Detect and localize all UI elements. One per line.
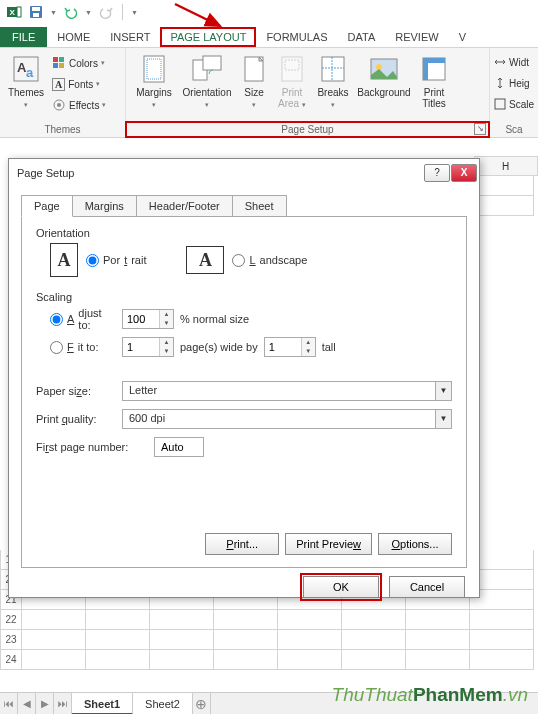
scale-row[interactable]: Scale [494, 94, 534, 114]
print-titles-button[interactable]: PrintTitles [414, 51, 454, 122]
chevron-down-icon[interactable]: ▼ [435, 382, 451, 400]
tab-sheet[interactable]: Sheet [232, 195, 287, 217]
svg-point-15 [57, 103, 61, 107]
page-setup-dialog: Page Setup ? X Page Margins Header/Foote… [8, 158, 480, 598]
sheet-tab-2[interactable]: Sheet2 [133, 693, 193, 715]
close-button[interactable]: X [451, 164, 477, 182]
tab-page[interactable]: Page [21, 195, 73, 217]
fit-wide-label: page(s) wide by [180, 341, 258, 353]
svg-rect-31 [495, 99, 505, 109]
margins-button[interactable]: Margins▾ [130, 51, 178, 122]
tab-view-cut[interactable]: V [449, 27, 476, 47]
undo-caret[interactable]: ▼ [85, 9, 92, 16]
colors-button[interactable]: Colors▾ [52, 53, 106, 73]
nav-prev-icon[interactable]: ◀ [18, 693, 36, 714]
paper-size-label: Paper size: [36, 385, 114, 397]
col-header-h[interactable]: H [474, 156, 538, 176]
scaling-label: Scaling [36, 291, 452, 303]
themes-button[interactable]: Aa Themes▾ [4, 51, 48, 122]
orientation-label: Orientation [36, 227, 452, 239]
print-button[interactable]: Print... [205, 533, 279, 555]
tab-formulas[interactable]: FORMULAS [256, 27, 337, 47]
fonts-button[interactable]: AFonts▾ [52, 74, 106, 94]
effects-button[interactable]: Effects▾ [52, 95, 106, 115]
tab-file[interactable]: FILE [0, 27, 47, 47]
help-button[interactable]: ? [424, 164, 450, 182]
breaks-button[interactable]: Breaks▾ [312, 51, 354, 122]
ribbon-tabs: FILE HOME INSERT PAGE LAYOUT FORMULAS DA… [0, 24, 538, 48]
tab-data[interactable]: DATA [338, 27, 386, 47]
svg-rect-2 [17, 7, 21, 17]
save-icon[interactable] [28, 4, 44, 20]
svg-rect-13 [59, 63, 64, 68]
svg-rect-5 [33, 13, 39, 17]
portrait-icon: A [50, 243, 78, 277]
group-page-setup-label: Page Setup ↘ [126, 122, 489, 137]
adjust-to-radio[interactable]: Adjust to: [50, 307, 116, 331]
row-header[interactable]: 22 [0, 610, 22, 630]
tab-header-footer[interactable]: Header/Footer [136, 195, 233, 217]
redo-icon[interactable] [98, 4, 114, 20]
ok-button[interactable]: OK [303, 576, 379, 598]
dialog-body: Orientation A Portrait A Landscape Scali… [21, 216, 467, 568]
adjust-spinner[interactable]: ▲▼ [122, 309, 174, 329]
adjust-suffix: % normal size [180, 313, 249, 325]
fit-wide-spinner[interactable]: ▲▼ [122, 337, 174, 357]
svg-rect-19 [203, 56, 221, 70]
print-area-button[interactable]: PrintArea ▾ [272, 51, 312, 122]
sheet-tab-bar: ⏮ ◀ ▶ ⏭ Sheet1 Sheet2 ⊕ [0, 692, 538, 714]
fit-tall-spinner[interactable]: ▲▼ [264, 337, 316, 357]
orientation-button[interactable]: Orientation▾ [178, 51, 236, 122]
tab-margins[interactable]: Margins [72, 195, 137, 217]
paper-size-combo[interactable]: Letter▼ [122, 381, 452, 401]
landscape-radio[interactable]: Landscape [232, 254, 307, 267]
nav-next-icon[interactable]: ▶ [36, 693, 54, 714]
first-page-input[interactable] [154, 437, 204, 457]
first-page-label: First page number: [36, 441, 146, 453]
dialog-tabs: Page Margins Header/Footer Sheet [9, 187, 479, 217]
portrait-radio[interactable]: Portrait [86, 254, 146, 267]
chevron-down-icon[interactable]: ▼ [435, 410, 451, 428]
group-page-setup: Margins▾ Orientation▾ Size▾ PrintArea ▾ … [126, 48, 490, 137]
tab-page-layout[interactable]: PAGE LAYOUT [160, 27, 256, 47]
row-header[interactable]: 24 [0, 650, 22, 670]
group-scale-label: Sca [490, 122, 538, 137]
sheet-tab-1[interactable]: Sheet1 [72, 693, 133, 715]
svg-rect-4 [32, 7, 40, 11]
excel-icon: X [6, 4, 22, 20]
quick-access-toolbar: X ▼ ▼ ▼ [0, 0, 538, 24]
landscape-icon: A [186, 246, 224, 274]
group-scale: Widt Heig Scale Sca [490, 48, 538, 137]
group-themes-label: Themes [0, 122, 125, 137]
cancel-button[interactable]: Cancel [389, 576, 465, 598]
save-caret[interactable]: ▼ [50, 9, 57, 16]
page-setup-launcher[interactable]: ↘ [474, 123, 486, 135]
tab-insert[interactable]: INSERT [100, 27, 160, 47]
nav-first-icon[interactable]: ⏮ [0, 693, 18, 714]
dialog-title: Page Setup [17, 167, 75, 179]
new-sheet-icon[interactable]: ⊕ [193, 693, 211, 714]
svg-text:X: X [10, 8, 16, 17]
tab-review[interactable]: REVIEW [385, 27, 448, 47]
print-quality-combo[interactable]: 600 dpi▼ [122, 409, 452, 429]
row-header[interactable]: 23 [0, 630, 22, 650]
fit-to-radio[interactable]: Fit to: [50, 341, 116, 354]
group-themes: Aa Themes▾ Colors▾ AFonts▾ Effects▾ Them… [0, 48, 126, 137]
width-row[interactable]: Widt [494, 52, 534, 72]
dialog-titlebar[interactable]: Page Setup ? X [9, 159, 479, 187]
height-row[interactable]: Heig [494, 73, 534, 93]
svg-rect-11 [59, 57, 64, 62]
options-button[interactable]: Options... [378, 533, 452, 555]
undo-icon[interactable] [63, 4, 79, 20]
print-preview-button[interactable]: Print Preview [285, 533, 372, 555]
size-button[interactable]: Size▾ [236, 51, 272, 122]
svg-rect-30 [423, 58, 428, 80]
nav-last-icon[interactable]: ⏭ [54, 693, 72, 714]
background-button[interactable]: Background [354, 51, 414, 122]
qat-customize[interactable]: ▼ [131, 9, 138, 16]
ribbon: Aa Themes▾ Colors▾ AFonts▾ Effects▾ Them… [0, 48, 538, 138]
svg-rect-10 [53, 57, 58, 62]
fit-tall-label: tall [322, 341, 336, 353]
tab-home[interactable]: HOME [47, 27, 100, 47]
svg-rect-23 [322, 57, 344, 81]
